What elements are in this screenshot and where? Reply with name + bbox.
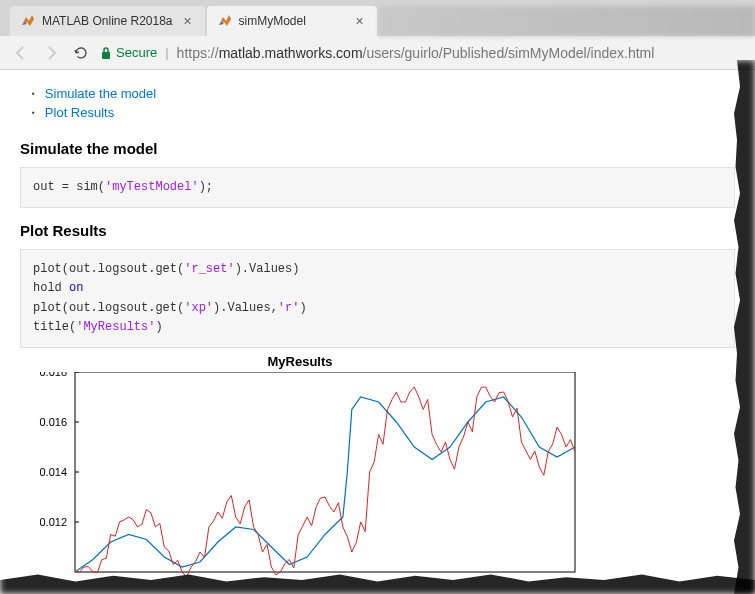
secure-badge[interactable]: Secure xyxy=(100,45,157,60)
address-bar: Secure | https://matlab.mathworks.com/us… xyxy=(0,36,755,70)
forward-button[interactable] xyxy=(40,42,62,64)
y-axis-ticks: 0.0120.0140.0160.018 xyxy=(39,372,79,528)
heading-simulate: Simulate the model xyxy=(20,140,735,157)
toc-link-plot[interactable]: Plot Results xyxy=(45,105,114,120)
close-icon[interactable]: × xyxy=(353,14,367,28)
page-content: Simulate the model Plot Results Simulate… xyxy=(0,70,755,592)
toc: Simulate the model Plot Results xyxy=(32,84,735,122)
svg-text:0.012: 0.012 xyxy=(39,516,67,528)
toc-item: Simulate the model xyxy=(32,84,735,103)
matlab-favicon xyxy=(20,13,36,29)
secure-label: Secure xyxy=(116,45,157,60)
chart: MyResults 0.0120.0140.0160.018 xyxy=(20,372,580,582)
tab-title: simMyModel xyxy=(239,14,345,28)
heading-plot: Plot Results xyxy=(20,222,735,239)
toc-item: Plot Results xyxy=(32,103,735,122)
tab-simmymodel[interactable]: simMyModel × xyxy=(207,6,377,36)
divider: | xyxy=(165,45,168,60)
tab-title: MATLAB Online R2018a xyxy=(42,14,173,28)
svg-rect-0 xyxy=(102,52,110,59)
url-input[interactable]: https://matlab.mathworks.com/users/guirl… xyxy=(177,45,745,61)
chart-title: MyResults xyxy=(20,354,580,369)
code-block-simulate: out = sim('myTestModel'); xyxy=(20,167,735,208)
code-block-plot: plot(out.logsout.get('r_set').Values) ho… xyxy=(20,249,735,348)
blurred-tabs xyxy=(379,6,755,36)
reload-button[interactable] xyxy=(70,42,92,64)
lock-icon xyxy=(100,46,112,60)
tab-matlab-online[interactable]: MATLAB Online R2018a × xyxy=(10,6,205,36)
back-button[interactable] xyxy=(10,42,32,64)
plot-area xyxy=(75,372,575,572)
tab-bar: MATLAB Online R2018a × simMyModel × xyxy=(0,0,755,36)
svg-text:0.016: 0.016 xyxy=(39,416,67,428)
chart-svg: 0.0120.0140.0160.018 xyxy=(20,372,580,582)
browser-chrome: MATLAB Online R2018a × simMyModel × Secu… xyxy=(0,0,755,70)
svg-text:0.018: 0.018 xyxy=(39,372,67,378)
close-icon[interactable]: × xyxy=(181,14,195,28)
svg-text:0.014: 0.014 xyxy=(39,466,67,478)
matlab-favicon xyxy=(217,13,233,29)
toc-link-simulate[interactable]: Simulate the model xyxy=(45,86,156,101)
